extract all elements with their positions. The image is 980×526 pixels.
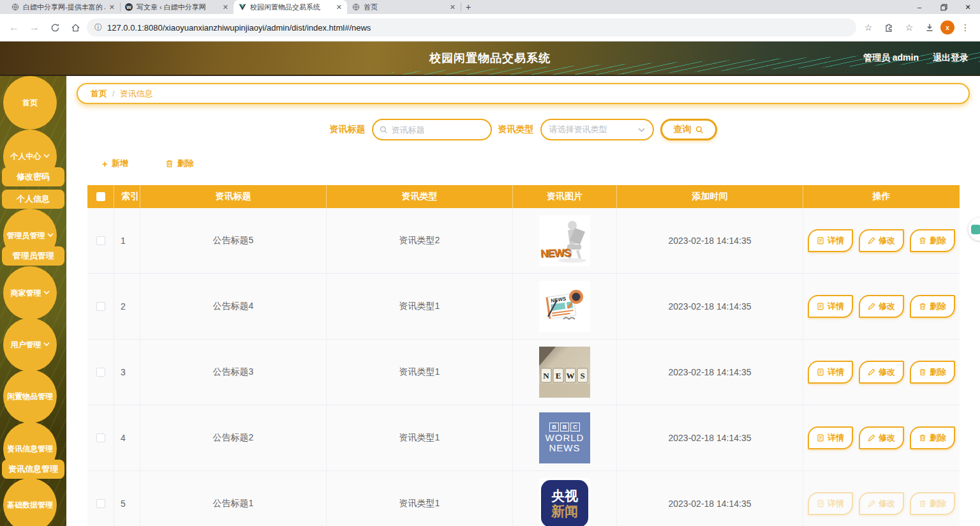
back-icon[interactable]: ← bbox=[5, 19, 23, 36]
edit-button[interactable]: 修改 bbox=[859, 295, 904, 318]
news-title-label: 资讯标题 bbox=[330, 124, 366, 135]
delete-button[interactable]: 删除 bbox=[910, 361, 955, 384]
chevron-down-icon bbox=[638, 126, 645, 133]
table-row: 4 公告标题2 资讯类型1 BBC WORLD NEWS 2023-02-18 … bbox=[87, 405, 960, 471]
breadcrumb-home-link[interactable]: 首页 bbox=[91, 88, 107, 100]
sidebar-item-admin-management-sub[interactable]: 管理员管理 bbox=[2, 246, 64, 266]
news-table: 索引 资讯标题 资讯类型 资讯图片 添加时间 操作 1 公告标题5 资讯类型2 bbox=[87, 185, 960, 526]
detail-button[interactable]: 详情 bbox=[808, 361, 853, 384]
detail-button[interactable]: 详情 bbox=[808, 426, 853, 449]
svg-text:W: W bbox=[567, 371, 575, 380]
chrome-menu-icon[interactable]: ⋮ bbox=[956, 19, 975, 36]
row-type: 资讯类型1 bbox=[327, 405, 513, 470]
new-tab-button[interactable]: + bbox=[461, 0, 476, 14]
tab-home[interactable]: 首页 ✕ bbox=[347, 0, 461, 14]
row-type: 资讯类型1 bbox=[327, 340, 513, 405]
extensions-icon[interactable] bbox=[879, 19, 898, 36]
detail-button[interactable]: 详情 bbox=[808, 492, 853, 515]
news-image-reader: NEWS bbox=[539, 215, 590, 266]
tab-title: 首页 bbox=[364, 3, 446, 12]
wordpress-icon: W bbox=[125, 3, 133, 11]
admin-user-label: 管理员 admin bbox=[863, 52, 919, 64]
svg-text:E: E bbox=[556, 371, 561, 380]
detail-button[interactable]: 详情 bbox=[808, 229, 853, 252]
tab-share-site[interactable]: 白嫖中分享网-提供丰富的 Java ✕ bbox=[6, 0, 120, 14]
sidebar-item-news-management-sub[interactable]: 资讯信息管理 bbox=[2, 460, 64, 479]
window-controls: – ✕ bbox=[907, 0, 980, 14]
close-icon[interactable]: ✕ bbox=[336, 3, 342, 11]
restore-icon[interactable] bbox=[932, 0, 956, 14]
col-image-header: 资讯图片 bbox=[513, 185, 617, 208]
delete-button[interactable]: 删除 bbox=[910, 492, 955, 515]
sidebar-item-personal-info[interactable]: 个人信息 bbox=[2, 190, 64, 209]
svg-text:S: S bbox=[580, 371, 584, 380]
add-button[interactable]: + 新增 bbox=[102, 158, 128, 169]
row-type: 资讯类型2 bbox=[327, 208, 513, 273]
sidebar-item-idle-goods-management[interactable]: 闲置物品管理 bbox=[3, 370, 57, 423]
url-input[interactable]: ⓘ 127.0.0.1:8080/xiaoyuanxianzhiwupinjia… bbox=[87, 19, 856, 36]
batch-delete-button[interactable]: 删除 bbox=[165, 158, 194, 169]
floating-widget-button[interactable] bbox=[969, 218, 980, 241]
search-form: 资讯标题 资讯类型 请选择资讯类型 查询 bbox=[66, 119, 980, 140]
row-time: 2023-02-18 14:14:35 bbox=[617, 471, 803, 526]
query-button[interactable]: 查询 bbox=[660, 119, 717, 140]
reload-icon[interactable] bbox=[46, 19, 64, 36]
row-checkbox[interactable] bbox=[96, 433, 105, 442]
detail-button[interactable]: 详情 bbox=[808, 295, 853, 318]
edit-button[interactable]: 修改 bbox=[859, 229, 904, 252]
chevron-down-icon bbox=[43, 152, 50, 161]
row-time: 2023-02-18 14:14:35 bbox=[617, 208, 803, 273]
sidebar-item-home[interactable]: 首页 bbox=[3, 76, 57, 130]
table-row: 2 公告标题4 资讯类型1 NEWS bbox=[87, 274, 960, 340]
tab-write-post[interactable]: W 写文章 ‹ 白嫖中分享网 ✕ bbox=[120, 0, 234, 14]
row-checkbox[interactable] bbox=[96, 236, 105, 245]
breadcrumb: 首页 / 资讯信息 bbox=[77, 83, 970, 104]
news-type-select[interactable]: 请选择资讯类型 bbox=[540, 119, 654, 140]
sidebar-item-user-management[interactable]: 用户管理 bbox=[3, 318, 57, 372]
forward-icon[interactable]: → bbox=[26, 19, 43, 36]
news-title-input[interactable] bbox=[392, 125, 484, 135]
chevron-down-icon bbox=[47, 231, 54, 240]
tab-title: 写文章 ‹ 白嫖中分享网 bbox=[137, 3, 219, 12]
profile-avatar[interactable]: x bbox=[940, 20, 954, 34]
row-index: 1 bbox=[114, 208, 140, 273]
row-checkbox[interactable] bbox=[96, 302, 105, 311]
delete-button[interactable]: 删除 bbox=[910, 426, 955, 449]
dice-letter: N bbox=[543, 371, 549, 380]
row-time: 2023-02-18 14:14:35 bbox=[617, 274, 803, 339]
close-icon[interactable]: ✕ bbox=[109, 3, 115, 11]
close-icon[interactable]: ✕ bbox=[450, 3, 456, 11]
home-icon[interactable] bbox=[66, 19, 84, 36]
news-title-input-wrap bbox=[372, 119, 492, 140]
tab-campus-system[interactable]: 校园闲置物品交易系统 ✕ bbox=[234, 0, 347, 14]
plus-icon: + bbox=[102, 158, 108, 169]
news-image-magnifier: NEWS bbox=[539, 281, 590, 332]
row-index: 2 bbox=[114, 274, 140, 339]
logout-button[interactable]: 退出登录 bbox=[933, 52, 969, 64]
row-checkbox[interactable] bbox=[96, 499, 105, 508]
edit-button[interactable]: 修改 bbox=[859, 492, 904, 515]
favorites-star-icon[interactable]: ☆ bbox=[900, 19, 919, 36]
edit-button[interactable]: 修改 bbox=[859, 361, 904, 384]
row-checkbox[interactable] bbox=[96, 368, 105, 377]
sidebar-item-base-data-management[interactable]: 基础数据管理 bbox=[3, 478, 57, 526]
edit-button[interactable]: 修改 bbox=[859, 426, 904, 449]
minimize-icon[interactable]: – bbox=[907, 0, 932, 14]
close-icon[interactable]: ✕ bbox=[223, 3, 228, 11]
trash-icon bbox=[165, 160, 174, 168]
row-type: 资讯类型1 bbox=[327, 471, 513, 526]
row-type: 资讯类型1 bbox=[327, 274, 513, 339]
tab-title: 校园闲置物品交易系统 bbox=[250, 3, 332, 12]
chevron-down-icon bbox=[43, 289, 50, 297]
row-time: 2023-02-18 14:14:35 bbox=[617, 405, 803, 470]
sidebar-item-change-password[interactable]: 修改密码 bbox=[2, 167, 64, 186]
download-icon[interactable] bbox=[920, 19, 939, 36]
select-all-checkbox[interactable] bbox=[96, 192, 105, 201]
bookmark-star-icon[interactable]: ☆ bbox=[859, 19, 878, 36]
close-window-icon[interactable]: ✕ bbox=[956, 0, 980, 14]
delete-button[interactable]: 删除 bbox=[910, 229, 955, 252]
site-info-icon[interactable]: ⓘ bbox=[94, 22, 102, 33]
row-index: 4 bbox=[114, 405, 140, 470]
sidebar-item-merchant-management[interactable]: 商家管理 bbox=[3, 266, 57, 320]
delete-button[interactable]: 删除 bbox=[910, 295, 955, 318]
